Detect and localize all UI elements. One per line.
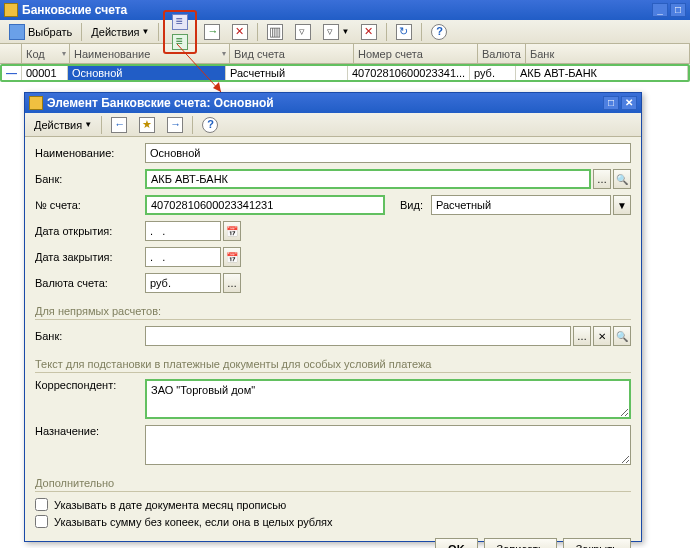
minimize-button[interactable]: _ [652,3,668,17]
child-close-button[interactable]: ✕ [621,96,637,110]
check-sum-row[interactable]: Указывать сумму без копеек, если она в ц… [35,515,631,528]
nav-fwd-button[interactable] [134,115,160,135]
open-calendar-button[interactable] [223,221,241,241]
check-sum[interactable] [35,515,48,528]
indirect-bank-search-button[interactable]: 🔍 [613,326,631,346]
nav-back-button[interactable] [106,115,132,135]
check-month-row[interactable]: Указывать в дате документа месяц пропись… [35,498,631,511]
select-label: Выбрать [28,26,72,38]
star-icon [139,117,155,133]
child-actions-button[interactable]: Действия ▼ [29,115,97,135]
form-icon [29,96,43,110]
select-button[interactable]: Выбрать [4,22,77,42]
close-calendar-button[interactable] [223,247,241,267]
forward-icon [167,117,183,133]
copy-icon [204,24,220,40]
chevron-down-icon: ▼ [341,27,349,36]
add-item-button[interactable] [167,12,193,32]
close-button[interactable]: Закрыть [563,538,631,548]
col-number[interactable]: Номер счета [354,44,478,63]
indirect-bank-pick-button[interactable]: … [573,326,591,346]
col-name[interactable]: Наименование▾ [70,44,230,63]
child-titlebar: Элемент Банковские счета: Основной □ ✕ [25,93,641,113]
check-month[interactable] [35,498,48,511]
separator [257,23,258,41]
check-sum-label: Указывать сумму без копеек, если она в ц… [54,516,333,528]
button-bar: OK Записать Закрыть [25,532,641,548]
row-mark: — [2,66,22,80]
actions-button[interactable]: Действия ▼ [86,22,154,42]
child-actions-label: Действия [34,119,82,131]
child-window: Элемент Банковские счета: Основной □ ✕ Д… [24,92,642,542]
help-icon [202,117,218,133]
child-title: Элемент Банковские счета: Основной [47,96,274,110]
col-type[interactable]: Вид счета [230,44,354,63]
delete-icon [232,24,248,40]
col-code[interactable]: Код▾ [22,44,70,63]
row-code: 00001 [22,66,68,80]
child-maximize-button[interactable]: □ [603,96,619,110]
separator [192,116,193,134]
chevron-down-icon: ▼ [142,27,150,36]
bank-search-button[interactable]: 🔍 [613,169,631,189]
name-input[interactable] [145,143,631,163]
purpose-textarea[interactable] [145,425,631,465]
child-toolbar: Действия ▼ [25,113,641,137]
separator [158,23,159,41]
help-icon [431,24,447,40]
row-bank: АКБ АВТ-БАНК [516,66,688,80]
bank-pick-button[interactable]: … [593,169,611,189]
row-type: Расчетный [226,66,348,80]
maximize-button[interactable]: □ [670,3,686,17]
label-close: Дата закрытия: [35,251,145,263]
actions-label: Действия [91,26,139,38]
save-button[interactable]: Записать [484,538,557,548]
indirect-bank-input[interactable] [145,326,571,346]
label-currency: Валюта счета: [35,277,145,289]
section-subst: Текст для подстановки в платежные докуме… [35,352,631,373]
row-currency: руб. [470,66,516,80]
refresh-button[interactable] [391,22,417,42]
main-title: Банковские счета [22,3,127,17]
label-indirect-bank: Банк: [35,330,145,342]
kind-input[interactable] [431,195,611,215]
bank-input[interactable] [145,169,591,189]
label-account: № счета: [35,199,145,211]
open-date-input[interactable] [145,221,221,241]
clear-icon [361,24,377,40]
label-corr: Корреспондент: [35,379,145,391]
label-bank: Банк: [35,173,145,185]
corr-textarea[interactable] [145,379,631,419]
col-bank[interactable]: Банк [526,44,690,63]
filter-off-button[interactable]: ▼ [318,22,354,42]
col-mark[interactable] [0,44,22,63]
filter-icon [295,24,311,40]
currency-input[interactable] [145,273,221,293]
check-month-label: Указывать в дате документа месяц пропись… [54,499,286,511]
main-toolbar: Выбрать Действия ▼ ▼ [0,20,690,44]
delete-button[interactable] [227,22,253,42]
add-item-icon [172,14,188,30]
col-currency[interactable]: Валюта [478,44,526,63]
separator [386,23,387,41]
currency-pick-button[interactable]: … [223,273,241,293]
refresh-icon [396,24,412,40]
separator [421,23,422,41]
close-date-input[interactable] [145,247,221,267]
help-button[interactable] [426,22,452,42]
clear-filter-button[interactable] [356,22,382,42]
label-open: Дата открытия: [35,225,145,237]
copy-button[interactable] [199,22,225,42]
kind-drop-button[interactable]: ▼ [613,195,631,215]
grid-header: Код▾ Наименование▾ Вид счета Номер счета… [0,44,690,64]
child-body: Наименование: Банк: … 🔍 № счета: Вид: ▼ … [25,137,641,528]
table-row[interactable]: — 00001 Основной Расчетный 4070281060002… [0,64,690,82]
filter-button[interactable] [290,22,316,42]
nav-go-button[interactable] [162,115,188,135]
child-help-button[interactable] [197,115,223,135]
indirect-bank-clear-button[interactable]: ✕ [593,326,611,346]
select-icon [9,24,25,40]
columns-button[interactable] [262,22,288,42]
account-input[interactable] [145,195,385,215]
ok-button[interactable]: OK [435,538,478,548]
